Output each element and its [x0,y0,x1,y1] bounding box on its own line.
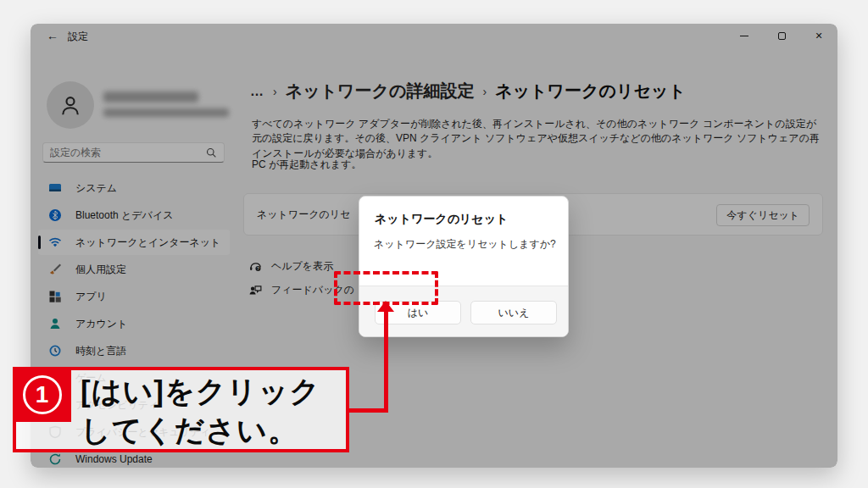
user-name-blurred [103,92,198,103]
step-number: 1 [23,375,62,414]
close-icon: ✕ [815,30,822,42]
feedback-icon [248,283,263,297]
breadcrumb-parent[interactable]: ネットワークの詳細設定 [286,80,475,103]
feedback-label: フィードバックの [271,283,354,297]
minimize-button[interactable] [726,24,763,47]
page-description: すべてのネットワーク アダプターが削除された後、再インストールされ、その他のネッ… [252,117,825,161]
clock-icon [48,344,62,358]
feedback-link[interactable]: フィードバックの [248,283,354,297]
restart-note: PC が再起動されます。 [252,158,361,172]
search-input[interactable] [50,147,206,158]
dialog-message: ネットワーク設定をリセットしますか? [374,237,556,252]
chevron-right-icon: › [273,85,277,98]
bluetooth-icon [48,208,62,222]
instruction-line1: [はい]をクリック [81,372,320,411]
sidebar-item-accounts[interactable]: アカウント [38,311,230,336]
back-button[interactable]: ← [42,26,63,45]
page-title: ネットワークのリセット [495,80,686,103]
apps-icon [48,290,62,303]
sidebar-item-network-internet[interactable]: ネットワークとインターネット [38,230,230,255]
sidebar-item-apps[interactable]: アプリ [38,284,230,309]
no-button[interactable]: いいえ [470,301,557,324]
sidebar-item-label: Windows Update [75,453,153,465]
close-button[interactable]: ✕ [800,24,837,47]
brush-icon [48,263,62,276]
sidebar-item-label: 時刻と言語 [75,344,126,358]
sidebar-item-label: システム [75,181,117,196]
system-icon [48,181,62,195]
sidebar-item-label: アカウント [75,317,127,331]
annotation-connector-line [346,408,388,413]
sidebar-item-time-language[interactable]: 時刻と言語 [38,338,230,363]
step-number-badge: 1 [13,367,71,422]
titlebar: ← 設定 ✕ [31,24,837,47]
sidebar-item-label: ネットワークとインターネット [75,236,220,250]
person-avatar-icon [58,92,83,118]
help-icon: ? [248,259,263,274]
wifi-icon [48,236,62,249]
sidebar-item-personalization[interactable]: 個人用設定 [38,257,230,282]
network-reset-row-label: ネットワークのリセ [257,208,350,222]
avatar[interactable] [47,81,94,129]
maximize-button[interactable] [763,24,800,47]
sidebar-item-system[interactable]: システム [38,175,230,201]
network-reset-dialog: ネットワークのリセット ネットワーク設定をリセットしますか? はい いいえ [359,196,569,337]
sidebar-item-label: 個人用設定 [75,263,126,277]
search-icon [206,147,217,158]
update-icon [48,452,62,466]
person-icon [48,317,62,330]
instruction-line2: してください。 [81,411,320,450]
breadcrumb-ellipsis[interactable]: … [250,84,264,99]
chevron-right-icon: › [482,85,487,98]
reset-now-button[interactable]: 今すぐリセット [716,204,810,226]
minimize-icon [740,36,748,36]
sidebar-item-bluetooth-devices[interactable]: Bluetooth とデバイス [38,202,230,228]
sidebar-item-label: アプリ [75,290,107,304]
user-email-blurred [103,108,229,117]
settings-search-box[interactable] [42,142,225,163]
dialog-title: ネットワークのリセット [375,212,508,227]
annotation-arrow-line [384,310,388,413]
sidebar-item-label: Bluetooth とデバイス [75,208,173,223]
window-title: 設定 [68,30,88,44]
breadcrumb: … › ネットワークの詳細設定 › ネットワークのリセット [250,80,686,103]
show-help-link[interactable]: ? ヘルプを表示 [248,259,333,274]
show-help-label: ヘルプを表示 [271,259,333,274]
maximize-icon [778,32,786,40]
